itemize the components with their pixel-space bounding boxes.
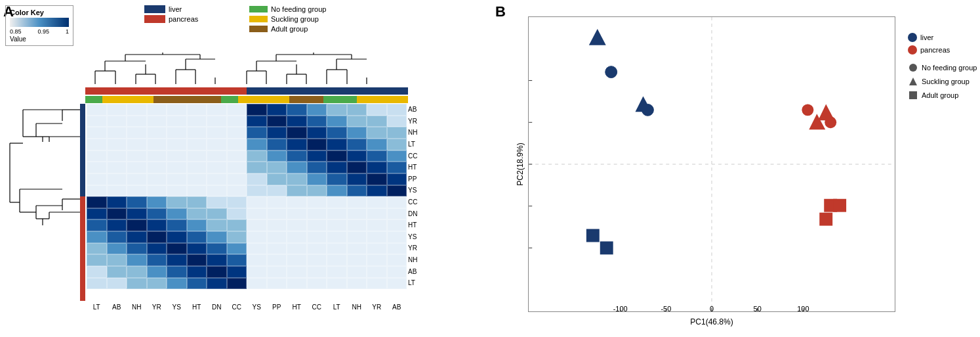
heatmap-cell — [107, 231, 127, 243]
heatmap-cell — [127, 219, 147, 231]
panel-a: A Color Key 0.85 0.95 1 Value liver panc… — [0, 0, 492, 337]
legend-liver: liver — [144, 5, 198, 13]
heatmap-cell — [247, 139, 267, 150]
heatmap-cell — [287, 162, 307, 173]
grp-s1 — [102, 96, 153, 103]
grp-nf3 — [323, 96, 357, 103]
heatmap-cell — [187, 162, 207, 173]
row-label-lt2: LT — [408, 277, 417, 289]
heatmap-cell — [187, 266, 207, 278]
plot-box: -100 -50 0 50 100 100 50 0 -50 — [528, 16, 895, 312]
heatmap-cell — [287, 127, 307, 139]
heatmap-cell — [307, 127, 327, 139]
row-label-ht2: HT — [408, 219, 417, 231]
heatmap-cell — [287, 243, 307, 255]
col-dn: DN — [207, 303, 227, 311]
heatmap-cell — [207, 231, 227, 243]
heatmap-cell — [87, 278, 107, 290]
left-bar-pancreas — [80, 196, 85, 301]
dendro-left — [3, 104, 83, 301]
heatmap-cell — [207, 243, 227, 255]
heatmap-cell — [367, 104, 387, 116]
heatmap-cell — [307, 150, 327, 162]
tick-1: 1 — [66, 28, 69, 35]
col-ys2: YS — [247, 303, 267, 311]
heatmap-cell — [107, 254, 127, 266]
heatmap-cell — [147, 173, 167, 185]
heatmap-cell — [267, 243, 287, 255]
heatmap-cell — [127, 278, 147, 290]
heatmap-cell — [367, 196, 387, 208]
heatmap-cell — [167, 231, 187, 243]
heatmap-cell — [127, 243, 147, 255]
heatmap-cell — [147, 162, 167, 173]
heatmap-cell — [247, 185, 267, 197]
heatmap-cell — [167, 127, 187, 139]
heatmap-cell — [147, 116, 167, 127]
heatmap-cell — [87, 150, 107, 162]
row-label-yr1: YR — [408, 116, 417, 127]
heatmap-cell — [87, 173, 107, 185]
heatmap-cell — [387, 127, 407, 139]
heatmap-cell — [207, 219, 227, 231]
heatmap-cell — [87, 266, 107, 278]
heatmap-cell — [207, 150, 227, 162]
pancreas-swatch — [144, 15, 165, 23]
heatmap-cell — [347, 254, 367, 266]
row-label-cc2: CC — [408, 196, 417, 208]
legend-b-pancreas-icon — [908, 45, 917, 55]
suckling-label: Suckling group — [271, 15, 319, 23]
heatmap-cell — [287, 254, 307, 266]
heatmap-cell — [187, 254, 207, 266]
heatmap-cell — [327, 243, 347, 255]
row-labels: AB YR NH LT CC HT PP YS CC DN HT YS YR N… — [408, 104, 417, 289]
row-label-ht1: HT — [408, 162, 417, 173]
heatmap-cell — [267, 173, 287, 185]
heatmap-cell — [187, 196, 207, 208]
svg-text:-100: -100 — [613, 305, 628, 311]
heatmap-cell — [127, 104, 147, 116]
heatmap-cell — [387, 116, 407, 127]
grp-s2 — [238, 96, 289, 103]
heatmap-cell — [187, 173, 207, 185]
grp-a1 — [153, 96, 222, 103]
heatmap-cell — [347, 243, 367, 255]
heatmap-cell — [127, 254, 147, 266]
row-label-nh2: NH — [408, 254, 417, 266]
heatmap-cell — [367, 150, 387, 162]
heatmap-cell — [307, 278, 327, 290]
heatmap-cell — [347, 266, 367, 278]
heatmap-cell — [87, 127, 107, 139]
heatmap-cell — [247, 266, 267, 278]
no-feeding-swatch — [249, 6, 268, 12]
heatmap-cell — [367, 116, 387, 127]
legend-b-suckling: Suckling group — [908, 76, 977, 87]
heatmap-cell — [307, 162, 327, 173]
heatmap-cell — [307, 208, 327, 220]
heatmap-cell — [87, 254, 107, 266]
heatmap-cell — [387, 104, 407, 116]
heatmap-cell — [227, 116, 247, 127]
heatmap-cell — [307, 104, 327, 116]
heatmap-cell — [387, 266, 407, 278]
heatmap-cell — [307, 196, 327, 208]
heatmap-cell — [127, 150, 147, 162]
legend-groups: No feeding group Suckling group Adult gr… — [249, 5, 326, 35]
heatmap-cell — [247, 116, 267, 127]
heatmap-cell — [107, 208, 127, 220]
heatmap-cell — [347, 127, 367, 139]
svg-rect-99 — [909, 91, 917, 99]
heatmap-cell — [307, 266, 327, 278]
heatmap-cell — [387, 185, 407, 197]
heatmap-cell — [207, 196, 227, 208]
heatmap-cell — [287, 116, 307, 127]
heatmap-cell — [167, 173, 187, 185]
grp-nf2 — [221, 96, 238, 103]
heatmap-cell — [387, 139, 407, 150]
heatmap-cell — [367, 278, 387, 290]
heatmap-cell — [327, 196, 347, 208]
heatmap-cell — [127, 231, 147, 243]
heatmap-cell — [347, 104, 367, 116]
heatmap-cell — [147, 150, 167, 162]
heatmap-cell — [367, 266, 387, 278]
